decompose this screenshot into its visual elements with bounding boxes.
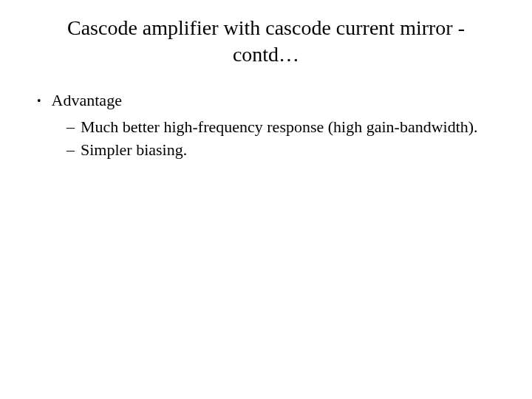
dash-marker: – [66, 116, 75, 138]
bullet-marker: • [37, 91, 41, 112]
sub-bullet-text: Much better high-frequency response (hig… [81, 116, 502, 138]
slide-content: • Advantage – Much better high-frequency… [30, 91, 502, 161]
bullet-level2: – Simpler biasing. [66, 139, 502, 161]
bullet-level1: • Advantage [37, 91, 502, 112]
bullet-text: Advantage [52, 91, 122, 110]
sub-bullets: – Much better high-frequency response (h… [37, 116, 502, 161]
slide-title: Cascode amplifier with cascode current m… [30, 15, 502, 69]
dash-marker: – [66, 139, 75, 161]
sub-bullet-text: Simpler biasing. [81, 139, 502, 161]
bullet-level2: – Much better high-frequency response (h… [66, 116, 502, 138]
